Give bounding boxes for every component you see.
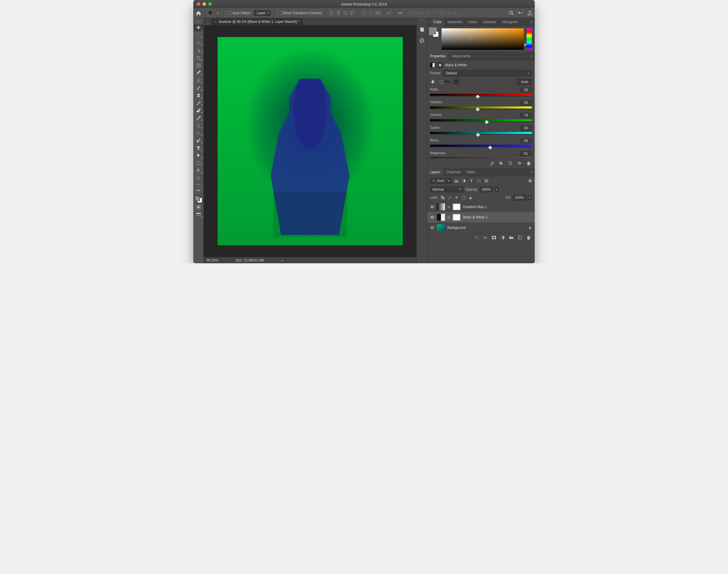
channel-slider[interactable]	[430, 132, 532, 135]
home-icon[interactable]	[196, 10, 201, 16]
distribute-top-icon[interactable]	[361, 10, 366, 15]
new-adjustment-icon[interactable]	[500, 235, 505, 240]
doc-size-readout[interactable]: Doc: 21.8M/21.8M	[236, 258, 264, 262]
tab-histogram[interactable]: Histogram	[499, 18, 521, 26]
search-icon[interactable]	[509, 10, 514, 15]
add-mask-icon[interactable]	[491, 235, 496, 240]
expand-docbar-icon[interactable]: «	[205, 22, 211, 25]
gradient-tool[interactable]	[194, 115, 203, 122]
channel-slider[interactable]	[430, 157, 532, 158]
channel-slider[interactable]	[430, 94, 532, 97]
workspace-switcher-icon[interactable]: ▾	[518, 10, 523, 15]
collapse-color-icon[interactable]: »	[427, 20, 431, 24]
targeted-adjust-icon[interactable]	[430, 79, 436, 85]
zoom-readout[interactable]: 49.19%	[207, 258, 218, 262]
preset-select[interactable]: Default▾	[443, 70, 532, 76]
share-icon[interactable]	[527, 10, 532, 15]
eraser-tool[interactable]	[194, 107, 203, 114]
healing-tool[interactable]	[194, 77, 203, 84]
channel-value[interactable]: 36	[520, 126, 532, 131]
distribute-bottom-icon[interactable]	[375, 10, 380, 15]
blend-mode-select[interactable]: Normal▾	[430, 187, 463, 192]
tab-adjustments[interactable]: Adjustments	[449, 52, 474, 60]
tab-channels[interactable]: Channels	[443, 168, 464, 176]
color-fgbg-swatches[interactable]	[430, 28, 439, 37]
history-panel-icon[interactable]	[417, 25, 427, 34]
dodge-tool[interactable]	[194, 130, 203, 136]
layer-style-icon[interactable]: fx▾	[483, 235, 488, 240]
opacity-chevron-icon[interactable]: ▾	[494, 187, 499, 192]
align-top-edges-icon[interactable]	[350, 10, 355, 15]
expand-collapsed-dock-icon[interactable]: »	[421, 19, 423, 24]
pen-tool[interactable]	[194, 137, 203, 144]
mask-mode-icon[interactable]	[438, 63, 443, 68]
color-panel-menu-icon[interactable]: ≡	[528, 20, 535, 24]
tab-swatches[interactable]: Swatches	[444, 18, 465, 26]
filter-adjust-icon[interactable]	[461, 178, 467, 184]
tab-layers[interactable]: Layers	[427, 168, 443, 176]
delete-layer-icon[interactable]	[526, 235, 531, 240]
layer-name[interactable]: Background	[447, 226, 466, 230]
view-previous-icon[interactable]	[498, 161, 503, 166]
canvas[interactable]	[204, 26, 416, 257]
visibility-icon[interactable]	[517, 161, 522, 166]
status-chevron-icon[interactable]: ▸	[282, 258, 283, 262]
filter-shape-icon[interactable]	[476, 178, 482, 184]
tab-learn[interactable]: Learn	[465, 18, 480, 26]
align-left-edges-icon[interactable]	[329, 10, 334, 15]
new-layer-icon[interactable]	[517, 235, 523, 240]
zoom-tool[interactable]	[194, 175, 203, 182]
clone-stamp-tool[interactable]	[194, 92, 203, 99]
navigator-panel-icon[interactable]	[417, 36, 427, 45]
hand-tool[interactable]	[194, 167, 203, 174]
fill-value[interactable]: 100%	[513, 195, 526, 201]
frame-tool[interactable]	[194, 62, 203, 69]
distribute-spacing-icon[interactable]	[386, 10, 392, 15]
color-cursor-icon[interactable]	[470, 36, 473, 40]
reset-icon[interactable]	[508, 161, 513, 166]
align-right-edges-icon[interactable]	[343, 10, 348, 15]
lasso-tool[interactable]	[194, 39, 203, 46]
edit-toolbar[interactable]	[194, 187, 203, 194]
layer-name[interactable]: Black & White 1	[463, 215, 488, 219]
tint-swatch[interactable]	[453, 80, 459, 84]
brush-tool[interactable]	[194, 84, 203, 91]
filter-toggle[interactable]	[528, 179, 532, 182]
close-tab-icon[interactable]: ×	[215, 20, 216, 24]
expand-toolbox-icon[interactable]: »	[198, 19, 199, 24]
channel-value[interactable]: 61	[520, 151, 532, 156]
opacity-value[interactable]: 100%	[480, 187, 493, 192]
layer-name[interactable]: Gradient Map 1	[463, 205, 487, 209]
lock-transparency-icon[interactable]	[440, 195, 445, 200]
hue-slider[interactable]: ▶	[527, 28, 532, 50]
move-tool-icon[interactable]	[207, 10, 213, 16]
history-brush-tool[interactable]	[194, 99, 203, 107]
auto-select-checkbox[interactable]: Auto-Select:	[227, 11, 252, 15]
screen-mode-icon[interactable]	[194, 211, 203, 218]
auto-select-target[interactable]: Layer	[254, 10, 271, 16]
delete-adjustment-icon[interactable]	[526, 161, 531, 166]
marquee-tool[interactable]	[194, 32, 203, 39]
channel-value[interactable]: 35	[520, 87, 532, 92]
layers-panel-menu-icon[interactable]: ≡	[528, 170, 535, 174]
shape-tool[interactable]	[194, 160, 203, 167]
blur-tool[interactable]	[194, 122, 203, 129]
distribute-vcenter-icon[interactable]	[368, 10, 373, 15]
lock-pixels-icon[interactable]	[447, 195, 452, 200]
filter-smart-icon[interactable]	[484, 178, 489, 184]
fill-chevron-icon[interactable]: ▾	[527, 195, 532, 200]
move-tool[interactable]	[194, 24, 203, 31]
channel-value[interactable]: 95	[520, 138, 532, 144]
align-hcenter-icon[interactable]	[336, 10, 341, 15]
channel-slider[interactable]	[430, 107, 532, 109]
layer-row[interactable]: ⛓Gradient Map 1	[427, 202, 535, 212]
visibility-toggle-icon[interactable]	[430, 226, 435, 230]
hue-thumb-icon[interactable]: ▶	[525, 43, 527, 46]
lock-all-icon[interactable]	[468, 195, 473, 200]
channel-slider[interactable]	[430, 119, 532, 122]
path-select-tool[interactable]	[194, 152, 203, 159]
foreground-background-swatches[interactable]	[194, 195, 203, 203]
eyedropper-tool[interactable]	[194, 70, 203, 76]
visibility-toggle-icon[interactable]	[430, 205, 435, 209]
tab-properties[interactable]: Properties	[427, 52, 449, 60]
